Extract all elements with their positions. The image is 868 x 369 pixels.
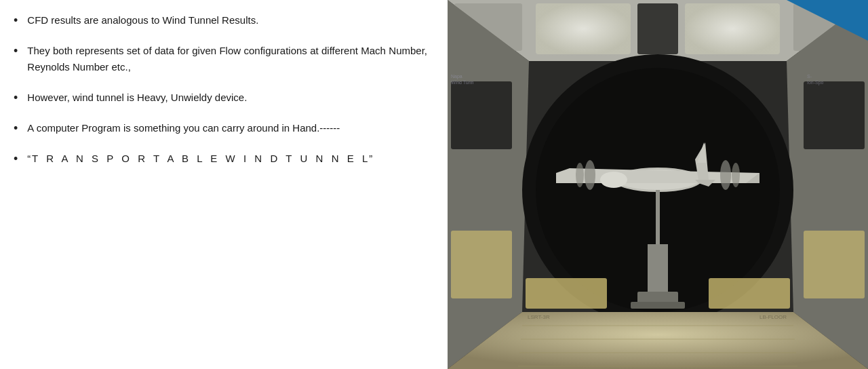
svg-text:S-: S- [807, 74, 812, 79]
svg-rect-3 [685, 3, 780, 54]
svg-rect-7 [451, 81, 512, 149]
bullet-dot-3: • [14, 91, 18, 105]
bullet-list: • CFD results are analogous to Wind Tunn… [14, 12, 427, 182]
svg-point-28 [585, 160, 595, 190]
svg-rect-11 [804, 231, 865, 298]
top-accent-decoration [787, 0, 868, 41]
bullet-dot-2: • [14, 44, 18, 58]
svg-rect-10 [804, 81, 865, 149]
svg-text:Ion-Spo: Ion-Spo [807, 80, 824, 85]
bullet-dot-5: • [14, 152, 18, 166]
svg-rect-2 [536, 3, 631, 54]
svg-rect-19 [526, 278, 607, 309]
svg-rect-23 [631, 302, 685, 309]
bullet-text-2: They both represents set of data for giv… [27, 43, 427, 75]
svg-point-31 [732, 163, 740, 187]
bullet-dot-4: • [14, 121, 18, 136]
svg-marker-6 [448, 0, 529, 369]
bullet-text-5: “T R A N S P O R T A B L E W I N D T U N… [27, 151, 374, 166]
wind-tunnel-svg: LSRT-3R LB-FLOOR Napa Wind Tunn S- Ion-S… [448, 0, 868, 369]
content-left: • CFD results are analogous to Wind Tunn… [0, 0, 448, 369]
svg-point-34 [600, 172, 627, 188]
svg-rect-43 [637, 3, 678, 54]
bullet-text-4: A computer Program is something you can … [27, 120, 340, 136]
bullet-item-1: • CFD results are analogous to Wind Tunn… [14, 12, 427, 28]
svg-text:Wind Tunn: Wind Tunn [451, 80, 474, 85]
svg-text:LSRT-3R: LSRT-3R [528, 314, 550, 320]
svg-point-29 [576, 163, 584, 187]
bullet-item-2: • They both represents set of data for g… [14, 43, 427, 75]
svg-rect-20 [709, 278, 790, 309]
svg-rect-36 [656, 190, 660, 244]
bullet-item-5: • “T R A N S P O R T A B L E W I N D T U… [14, 151, 427, 166]
svg-rect-8 [451, 231, 512, 298]
bullet-text-1: CFD results are analogous to Wind Tunnel… [27, 12, 258, 28]
svg-text:Napa: Napa [451, 74, 462, 79]
bullet-dot-1: • [14, 14, 18, 28]
wind-tunnel-image-container: LSRT-3R LB-FLOOR Napa Wind Tunn S- Ion-S… [448, 0, 868, 369]
svg-marker-9 [787, 0, 868, 369]
bullet-item-3: • However, wind tunnel is Heavy, Unwield… [14, 90, 427, 105]
svg-text:LB-FLOOR: LB-FLOOR [760, 314, 787, 320]
bullet-text-3: However, wind tunnel is Heavy, Unwieldy … [27, 90, 247, 105]
bullet-item-4: • A computer Program is something you ca… [14, 120, 427, 136]
page-container: • CFD results are analogous to Wind Tunn… [0, 0, 868, 369]
svg-point-30 [720, 160, 731, 190]
